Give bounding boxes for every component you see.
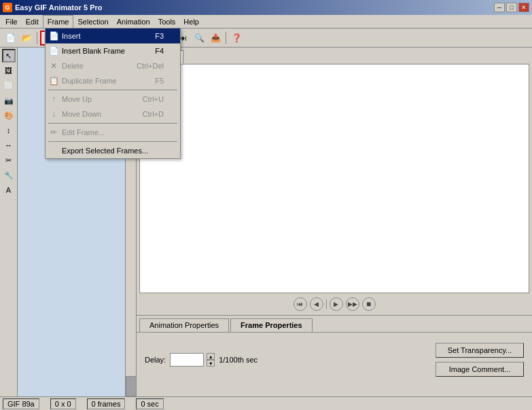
delay-input[interactable] [170,353,204,367]
status-bar: GIF 89a 0 x 0 0 frames 0 sec [0,396,532,410]
toolbar-new[interactable]: 📄 [3,31,18,45]
spin-down[interactable]: ▼ [207,360,215,367]
menu-selection[interactable]: Selection [73,15,112,28]
left-tool-8[interactable]: 🔧 [2,168,16,182]
delete-key: Ctrl+Del [137,62,164,70]
status-dimensions: 0 x 0 [50,398,76,409]
status-format: GIF 89a [3,398,39,409]
left-tool-4[interactable]: 🎨 [2,109,16,122]
export-icon [48,145,59,156]
insert-blank-key: F4 [155,47,164,55]
insert-blank-label: Insert Blank Frame [62,47,125,55]
toolbar-sep-1 [37,32,37,44]
status-duration: 0 sec [136,398,163,409]
left-toolbar: ↖ 🖼 ⬜ 📷 🎨 ↕ ↔ ✂ 🔧 A [0,48,18,396]
spin-up[interactable]: ▲ [207,353,215,360]
menu-item-delete[interactable]: ✕ Delete Ctrl+Del [46,58,180,73]
play-btn-stop[interactable]: ⏹ [362,297,376,311]
left-tool-3[interactable]: 📷 [2,94,16,107]
play-btn-prev[interactable]: ◀ [310,297,323,311]
minimize-button[interactable]: ─ [494,3,505,12]
app-icon: G [3,3,12,12]
move-up-key: Ctrl+U [143,95,164,103]
toolbar-zoom[interactable]: 🔍 [192,31,207,45]
left-tool-9[interactable]: A [2,183,16,197]
left-tool-6[interactable]: ↔ [2,138,16,152]
title-bar: G Easy GIF Animator 5 Pro ─ □ ✕ [0,0,532,15]
tab-animation-properties[interactable]: Animation Properties [139,318,229,332]
move-down-key: Ctrl+D [143,110,164,118]
play-btn-next[interactable]: ▶▶ [346,297,359,311]
delete-icon: ✕ [48,60,59,71]
delete-label: Delete [62,62,84,70]
menu-item-insert-blank[interactable]: 📄 Insert Blank Frame F4 [46,43,180,58]
play-btn-first[interactable]: ⏮ [294,297,307,311]
preview-area [139,64,529,293]
playback-controls: ⏮ ◀ ▶ ▶▶ ⏹ [137,293,532,315]
sep-1 [48,90,177,90]
move-down-label: Move Down [62,110,101,118]
move-down-icon: ↓ [48,109,59,119]
menu-file[interactable]: File [1,15,22,28]
left-tool-7[interactable]: ✂ [2,153,16,167]
insert-icon: 📄 [48,31,59,41]
menu-item-duplicate[interactable]: 📋 Duplicate Frame F5 [46,73,180,88]
prop-delay-group: Delay: ▲ ▼ 1/100th sec [145,353,258,367]
delay-unit: 1/100th sec [219,356,258,364]
menu-item-insert[interactable]: 📄 Insert F3 [46,29,180,43]
image-comment-button[interactable]: Image Comment... [436,362,524,377]
export-label: Export Selected Frames... [62,147,148,155]
menu-bar: File Edit Frame Selection Animation Tool… [0,15,532,29]
menu-tools[interactable]: Tools [154,15,180,28]
preview-tabs: Preview [137,48,532,64]
insert-key: F3 [155,32,164,40]
menu-item-edit-frame[interactable]: ✏ Edit Frame... [46,125,180,140]
menu-frame[interactable]: Frame [43,15,74,28]
play-btn-play[interactable]: ▶ [330,297,343,311]
left-tool-2[interactable]: ⬜ [2,79,16,92]
duplicate-key: F5 [155,77,164,85]
sep-2 [48,123,177,124]
menu-item-move-down[interactable]: ↓ Move Down Ctrl+D [46,107,180,122]
duplicate-icon: 📋 [48,75,59,86]
delay-input-group: ▲ ▼ [170,353,215,367]
left-tool-pointer[interactable]: ↖ [2,49,16,62]
menu-help[interactable]: Help [179,15,203,28]
prop-right-buttons: Set Transparency... Image Comment... [436,343,524,377]
edit-frame-label: Edit Frame... [62,128,105,136]
edit-frame-icon: ✏ [48,127,59,138]
app-title: Easy GIF Animator 5 Pro [15,3,103,12]
maximize-button[interactable]: □ [506,3,517,12]
frame-dropdown-menu: 📄 Insert F3 📄 Insert Blank Frame F4 ✕ De… [45,29,181,159]
menu-animation[interactable]: Animation [113,15,154,28]
insert-label: Insert [62,32,81,40]
spin-buttons: ▲ ▼ [207,353,215,367]
tab-frame-properties[interactable]: Frame Properties [230,318,312,332]
close-button[interactable]: ✕ [518,3,529,12]
delay-label: Delay: [145,356,166,364]
toolbar-export[interactable]: 📤 [208,31,223,45]
toolbar-sep-3 [226,32,226,44]
move-up-label: Move Up [62,95,92,103]
status-frames: 0 frames [87,398,126,409]
prop-tabs: Animation Properties Frame Properties [137,316,532,333]
left-tool-1[interactable]: 🖼 [2,64,16,77]
title-buttons: ─ □ ✕ [494,3,529,12]
insert-blank-icon: 📄 [48,45,59,56]
prop-content: Delay: ▲ ▼ 1/100th sec Set Transparency.… [137,333,532,387]
properties-panel: Animation Properties Frame Properties De… [137,315,532,396]
menu-item-export[interactable]: Export Selected Frames... [46,143,180,158]
toolbar-help[interactable]: ❓ [229,31,244,45]
move-up-icon: ↑ [48,94,59,105]
left-tool-5[interactable]: ↕ [2,124,16,137]
menu-item-move-up[interactable]: ↑ Move Up Ctrl+U [46,92,180,107]
set-transparency-button[interactable]: Set Transparency... [436,343,524,358]
content-area: Preview ⏮ ◀ ▶ ▶▶ ⏹ Animation Properties … [137,48,532,396]
menu-edit[interactable]: Edit [22,15,43,28]
sep-3 [48,141,177,142]
toolbar-open[interactable]: 📂 [19,31,34,45]
duplicate-label: Duplicate Frame [62,77,117,85]
play-sep [326,299,327,309]
